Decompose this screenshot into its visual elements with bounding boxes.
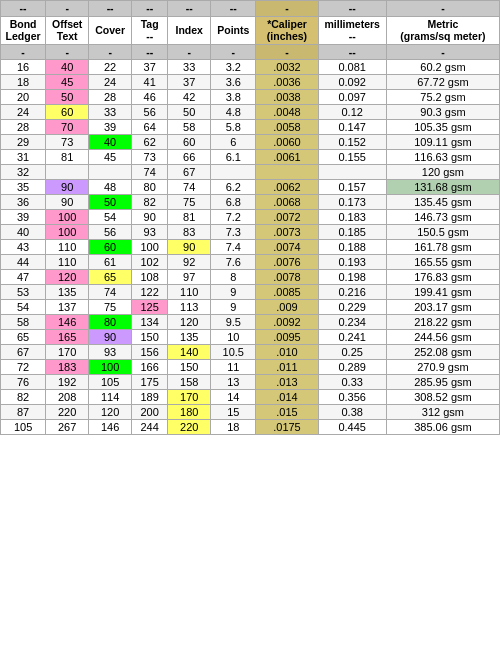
tag-cell: 189	[132, 390, 168, 405]
cover-cell: 80	[89, 315, 132, 330]
points-cell: 9	[211, 300, 256, 315]
metric-cell: 312 gsm	[386, 405, 499, 420]
offset-cell: 146	[46, 315, 89, 330]
metric-cell: 199.41 gsm	[386, 285, 499, 300]
metric-col-header-3: -	[386, 44, 499, 60]
tag-cell: 46	[132, 90, 168, 105]
mm-cell: 0.12	[318, 105, 386, 120]
offset-cell: 135	[46, 285, 89, 300]
offset-cell: 267	[46, 420, 89, 435]
table-row: 4712065108978.00780.198176.83 gsm	[1, 270, 500, 285]
mm-cell: 0.38	[318, 405, 386, 420]
tag-cell: 80	[132, 180, 168, 195]
index-col-header-2: Index	[168, 16, 211, 44]
points-cell	[211, 165, 256, 180]
mm-cell: 0.356	[318, 390, 386, 405]
offset-col-header-2: OffsetText	[46, 16, 89, 44]
caliper-cell: .0078	[256, 270, 318, 285]
cover-col-header-1: --	[89, 1, 132, 17]
caliper-cell: .0073	[256, 225, 318, 240]
caliper-cell: .0048	[256, 105, 318, 120]
metric-cell: 150.5 gsm	[386, 225, 499, 240]
table-row: 29734062606.00600.152109.11 gsm	[1, 135, 500, 150]
points-cell: 8	[211, 270, 256, 285]
points-cell: 6.1	[211, 150, 256, 165]
caliper-cell: .0060	[256, 135, 318, 150]
tag-cell: 62	[132, 135, 168, 150]
caliper-cell: .0175	[256, 420, 318, 435]
cover-col-header-3: -	[89, 44, 132, 60]
caliper-cell: .010	[256, 345, 318, 360]
mm-cell: 0.097	[318, 90, 386, 105]
index-cell: 66	[168, 150, 211, 165]
points-col-header-1: --	[211, 1, 256, 17]
cover-cell: 54	[89, 210, 132, 225]
bond-cell: 53	[1, 285, 46, 300]
table-row: 16402237333.2.00320.08160.2 gsm	[1, 60, 500, 75]
points-cell: 4.8	[211, 105, 256, 120]
tag-cell: 122	[132, 285, 168, 300]
table-row: 4311060100907.4.00740.188161.78 gsm	[1, 240, 500, 255]
table-row: 7619210517515813.0130.33285.95 gsm	[1, 375, 500, 390]
header-row-3: - - - -- - - - -- -	[1, 44, 500, 60]
index-cell: 110	[168, 285, 211, 300]
caliper-cell: .0062	[256, 180, 318, 195]
bond-cell: 58	[1, 315, 46, 330]
bond-col-header-3: -	[1, 44, 46, 60]
bond-cell: 36	[1, 195, 46, 210]
caliper-cell: .0076	[256, 255, 318, 270]
tag-cell: 100	[132, 240, 168, 255]
points-col-header-2: Points	[211, 16, 256, 44]
header-row-2: BondLedger OffsetText Cover Tag-- Index …	[1, 16, 500, 44]
points-cell: 7.3	[211, 225, 256, 240]
mm-cell: 0.229	[318, 300, 386, 315]
index-col-header-1: --	[168, 1, 211, 17]
caliper-col-header-1: -	[256, 1, 318, 17]
tag-cell: 134	[132, 315, 168, 330]
metric-cell: 135.45 gsm	[386, 195, 499, 210]
mm-cell: 0.33	[318, 375, 386, 390]
cover-cell	[89, 165, 132, 180]
index-cell: 180	[168, 405, 211, 420]
cover-cell: 60	[89, 240, 132, 255]
mm-cell: 0.445	[318, 420, 386, 435]
index-cell: 220	[168, 420, 211, 435]
tag-cell: 64	[132, 120, 168, 135]
tag-cell: 175	[132, 375, 168, 390]
mm-cell: 0.185	[318, 225, 386, 240]
bond-cell: 35	[1, 180, 46, 195]
cover-cell: 61	[89, 255, 132, 270]
mm-col-header-3: --	[318, 44, 386, 60]
bond-cell: 28	[1, 120, 46, 135]
points-cell: 6	[211, 135, 256, 150]
metric-cell: 131.68 gsm	[386, 180, 499, 195]
offset-cell: 220	[46, 405, 89, 420]
offset-col-header-3: -	[46, 44, 89, 60]
index-cell: 140	[168, 345, 211, 360]
tag-cell: 56	[132, 105, 168, 120]
metric-cell: 105.35 gsm	[386, 120, 499, 135]
index-cell: 42	[168, 90, 211, 105]
offset-cell: 110	[46, 240, 89, 255]
bond-cell: 40	[1, 225, 46, 240]
table-row: 8220811418917014.0140.356308.52 gsm	[1, 390, 500, 405]
caliper-cell: .0095	[256, 330, 318, 345]
offset-cell: 45	[46, 75, 89, 90]
points-cell: 15	[211, 405, 256, 420]
bond-col-header-2: BondLedger	[1, 16, 46, 44]
tag-cell: 41	[132, 75, 168, 90]
bond-col-header-1: --	[1, 1, 46, 17]
bond-cell: 87	[1, 405, 46, 420]
table-row: 7218310016615011.0110.289270.9 gsm	[1, 360, 500, 375]
mm-cell: 0.152	[318, 135, 386, 150]
index-cell: 60	[168, 135, 211, 150]
caliper-cell: .0068	[256, 195, 318, 210]
cover-cell: 74	[89, 285, 132, 300]
mm-cell: 0.173	[318, 195, 386, 210]
table-row: 4411061102927.6.00760.193165.55 gsm	[1, 255, 500, 270]
table-row: 671709315614010.5.0100.25252.08 gsm	[1, 345, 500, 360]
tag-cell: 93	[132, 225, 168, 240]
table-row: 31814573666.1.00610.155116.63 gsm	[1, 150, 500, 165]
bond-cell: 44	[1, 255, 46, 270]
caliper-cell: .014	[256, 390, 318, 405]
